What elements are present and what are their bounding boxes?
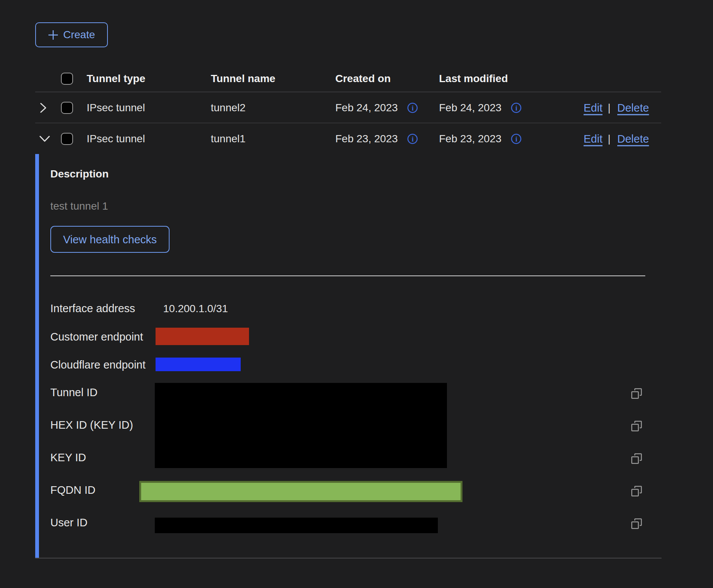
svg-text:i: i [515, 104, 517, 112]
svg-text:i: i [515, 135, 517, 143]
svg-text:i: i [412, 104, 414, 112]
svg-text:i: i [412, 135, 414, 143]
